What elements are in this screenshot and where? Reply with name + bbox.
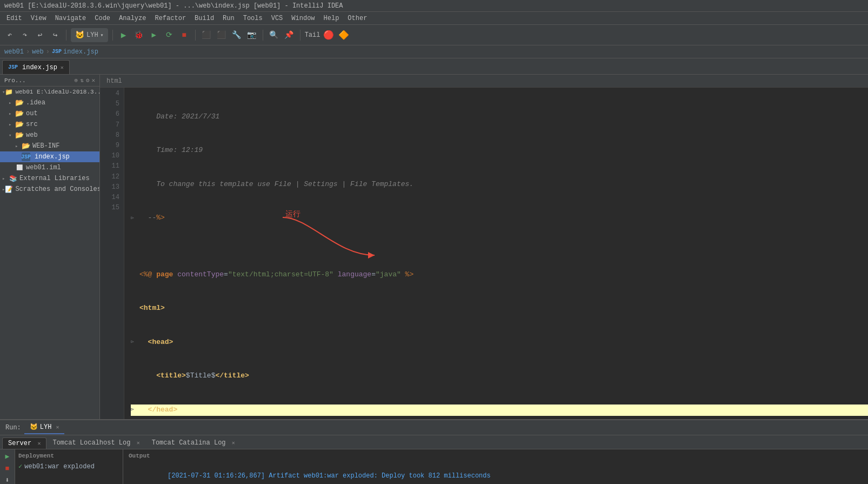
run-deploy-down-btn[interactable]: ⬇ [2,475,14,484]
menu-tools[interactable]: Tools [239,14,267,23]
toolbar-forward[interactable]: ↷ [18,29,31,42]
toolbar-sep-2 [112,30,113,41]
sidebar-item-web[interactable]: ▾ 📂 web [0,130,99,141]
sidebar-item-label: out [26,110,38,117]
toolbar-step2[interactable]: ⬛ [215,29,228,42]
toolbar-icon2[interactable]: 🔶 [337,29,350,42]
run-tabs: Run: 🐱 LYH ✕ [0,420,868,435]
toolbar-pin[interactable]: 📌 [283,29,296,42]
run-tab-lyh[interactable]: 🐱 LYH ✕ [24,421,65,434]
sidebar-item-scratches[interactable]: ▸ 📝 Scratches and Consoles [0,184,99,195]
run-button[interactable]: ▶ [117,29,130,42]
sidebar-item-web01-iml[interactable]: ⬜ web01.iml [0,162,99,173]
sidebar-item-external-libs[interactable]: ▸ 📚 External Libraries [0,173,99,184]
project-icon: 📁 [5,88,13,96]
run-tab-label: LYH [40,423,52,431]
menu-vcs[interactable]: VCS [267,14,288,23]
menu-bar: Edit View Navigate Code Analyze Refactor… [0,12,868,25]
stop-button[interactable]: ■ [178,29,191,42]
sidebar-header-icons: ⊕ ⇅ ⚙ ✕ [75,77,96,84]
deployment-item-label: web01:war exploded [24,463,95,470]
sidebar-item-webinf[interactable]: ▸ 📂 WEB-INF [0,141,99,151]
output-line-1: [2021-07-31 01:16:26,867] Artifact web01… [129,461,863,484]
code-content[interactable]: Date: 2021/7/31 Time: 12:19 To change th… [124,88,868,419]
sidebar-close-icon[interactable]: ✕ [91,77,95,84]
breadcrumb-web[interactable]: web [32,48,44,56]
sidebar-item-label: index.jsp [35,153,70,161]
profile-button[interactable]: ⟳ [163,29,176,42]
sidebar-item-src[interactable]: ▸ 📂 src [0,119,99,130]
tab-index-jsp[interactable]: JSP index.jsp ✕ [2,60,70,74]
editor: html 4 5 6 7 8 9 10 11 12 13 14 15 Date:… [100,75,868,419]
run-subtab-label: Server [8,440,31,447]
run-subtab-tomcat-localhost[interactable]: Tomcat Localhost Log ✕ [46,437,145,449]
toolbar-sep-5 [300,30,301,41]
lib-icon: 📚 [9,174,17,183]
output-pane: Output [2021-07-31 01:16:26,867] Artifac… [123,449,868,484]
sidebar-title: Pro... [4,77,26,84]
menu-build[interactable]: Build [190,14,218,23]
editor-breadcrumb-html[interactable]: html [106,77,122,85]
toolbar-undo[interactable]: ↩ [34,29,46,42]
breadcrumb-index-jsp[interactable]: JSP index.jsp [52,48,98,56]
toolbar-icon1[interactable]: 🔴 [322,29,335,42]
sidebar-sync-icon[interactable]: ⊕ [75,77,78,84]
toolbar-redo[interactable]: ↪ [49,29,62,42]
menu-navigate[interactable]: Navigate [51,14,91,23]
menu-edit[interactable]: Edit [2,14,26,23]
sidebar-settings-icon[interactable]: ⚙ [86,77,90,84]
menu-analyze[interactable]: Analyze [115,14,150,23]
run-coverage-button[interactable]: ▶ [148,29,161,42]
tail-label: Tail [305,31,321,39]
run-label: Run: [2,424,24,432]
jsp-icon: JSP [22,153,30,161]
tab-bar: JSP index.jsp ✕ [0,58,868,75]
menu-other[interactable]: Other [343,14,371,23]
tab-label: index.jsp [22,64,57,71]
deployment-item[interactable]: ✓ web01:war exploded [18,461,119,472]
run-subtab-tomcat-catalina[interactable]: Tomcat Catalina Log ✕ [146,437,241,449]
sidebar-item-label: src [26,121,38,128]
menu-view[interactable]: View [26,14,51,23]
sidebar-item-out[interactable]: ▸ 📂 out [0,108,99,119]
menu-window[interactable]: Window [287,14,319,23]
run-content: ▶ ■ ⬇ ⬆ ⟳ Deployment ✓ web01:war explode… [0,449,868,484]
run-restart-btn[interactable]: ▶ [2,452,14,461]
sidebar: Pro... ⊕ ⇅ ⚙ ✕ ▾ 📁 web01 E:\idealU-2018.… [0,75,100,419]
sidebar-item-web01[interactable]: ▾ 📁 web01 E:\idealU-2018.3... [0,87,99,97]
run-config-selector[interactable]: 🐱 LYH ▾ [71,28,108,42]
deployment-header: Deployment [18,453,119,459]
sidebar-item-index-jsp[interactable]: JSP index.jsp [0,151,99,162]
sidebar-item-label: WEB-INF [32,142,59,150]
run-subtab-server[interactable]: Server ✕ [2,437,46,449]
scratch-icon: 📝 [5,185,13,194]
menu-help[interactable]: Help [319,14,344,23]
sidebar-item-label: Scratches and Consoles [15,185,100,193]
toolbar-step[interactable]: ⬛ [200,29,213,42]
sidebar-expand-icon[interactable]: ⇅ [80,77,84,84]
bottom-panel: Run: 🐱 LYH ✕ Server ✕ Tomcat Localhost L… [0,419,868,484]
toolbar-camera[interactable]: 📷 [245,29,258,42]
run-stop-btn[interactable]: ■ [2,463,14,473]
sidebar-item-idea[interactable]: ▸ 📂 .idea [0,97,99,108]
breadcrumb-nav: web01 › web › JSP index.jsp [0,45,868,58]
menu-run[interactable]: Run [218,14,239,23]
run-subtab-label: Tomcat Catalina Log [152,439,226,447]
breadcrumb-web01[interactable]: web01 [4,48,24,56]
check-icon: ✓ [18,462,22,470]
toolbar-search[interactable]: 🔍 [268,29,281,42]
folder-icon: 📂 [15,120,24,129]
menu-code[interactable]: Code [90,14,115,23]
expand-arrow: ▸ [9,100,15,106]
menu-refactor[interactable]: Refactor [150,14,190,23]
toolbar-back[interactable]: ↶ [3,29,16,42]
folder-icon: 📂 [22,142,30,150]
sidebar-item-label: External Libraries [19,175,90,182]
toolbar-wrench[interactable]: 🔧 [230,29,243,42]
debug-button[interactable]: 🐞 [132,29,145,42]
sidebar-item-label: .idea [26,99,45,107]
iml-icon: ⬜ [15,163,24,172]
code-area: 4 5 6 7 8 9 10 11 12 13 14 15 Date: 2021… [100,88,868,419]
breadcrumb-sep-1: › [26,48,30,56]
tab-close-icon[interactable]: ✕ [61,64,64,71]
